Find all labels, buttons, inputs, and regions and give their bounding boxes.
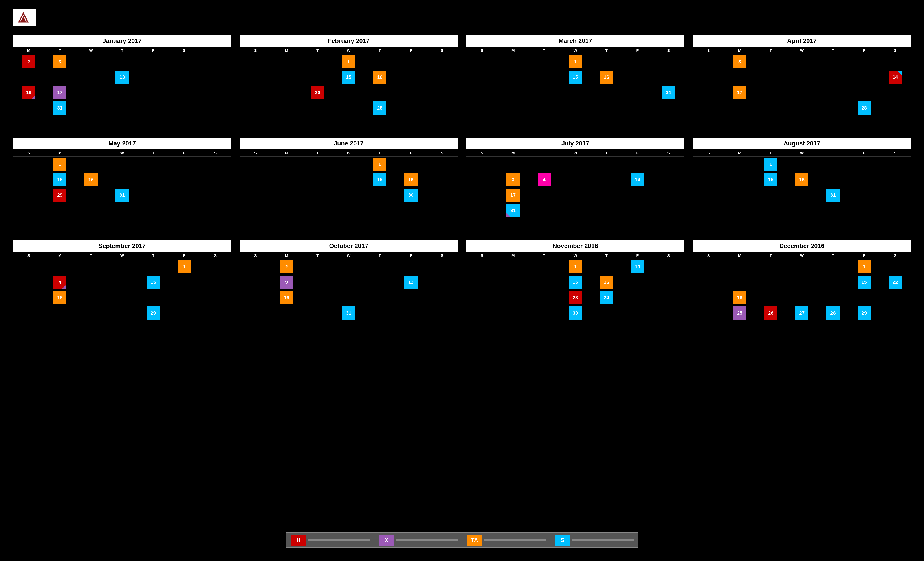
calendar-cell [786,54,817,69]
calendar-row: 3 [693,54,911,69]
day-of-week: F [622,48,653,53]
calendar-cell [395,100,426,116]
day-1: 1 [764,158,777,171]
calendar-row: 1 [240,54,458,69]
calendar-cell [44,259,75,274]
calendar-cell [466,172,497,188]
day-of-week: S [880,48,911,53]
calendar-cell [138,54,169,69]
calendar-cell: 3 [44,54,75,69]
day-17: 17 [733,86,746,99]
calendar-cell [786,259,817,274]
calendar-cell [497,69,528,85]
calendar-cell: 1 [44,157,75,172]
calendar-cell: 29 [138,305,169,321]
calendar-cell [622,203,653,218]
calendar-cell [138,69,169,85]
day-3: 3 [507,173,520,186]
day-29: 29 [53,189,66,202]
calendar-row: 110 [466,259,684,274]
calendar-row: 1 [693,259,911,274]
calendar-cell [693,188,724,203]
calendar-cell [755,290,786,305]
calendar-cell [466,85,497,100]
calendar-cell: 15 [44,172,75,188]
calendar-cell [271,100,302,116]
calendar-cell [786,100,817,116]
calendar-march-2017: March 2017SMTWTFS1151631 [466,35,684,124]
day-of-week: S [200,151,231,156]
calendar-cell [622,274,653,290]
calendar-cell [200,305,231,321]
day-14: 14 [631,173,644,186]
calendar-cell: 18 [724,290,755,305]
calendar-row: 1617 [13,85,231,100]
day-15: 15 [764,173,777,186]
calendar-cell [13,100,44,116]
calendar-cell [755,85,786,100]
day-of-week: F [849,254,879,258]
calendar-cell: 15 [755,172,786,188]
calendar-cell [302,290,333,305]
calendar-cell [591,259,622,274]
calendar-body: 3141728 [693,54,911,124]
calendar-cell [653,290,684,305]
calendar-cell: 31 [497,203,528,218]
calendar-cell [271,54,302,69]
calendar-cell [169,85,200,100]
calendar-row: 1516 [240,69,458,85]
calendar-row [466,157,684,172]
calendar-cell [333,259,364,274]
calendar-body: 11522182526272829 [693,259,911,330]
calendar-cell: 27 [786,305,817,321]
day-of-week: S [653,48,684,53]
calendar-cell: 18 [44,290,75,305]
calendar-cell [200,85,231,100]
day-of-week: S [427,48,458,53]
day-of-week: F [849,151,879,156]
day-of-week: S [240,48,271,53]
calendar-cell [466,157,497,172]
day-of-week: W [786,151,817,156]
day-24: 24 [600,291,613,304]
calendar-cell [497,305,528,321]
day-of-week: W [560,48,591,53]
day-15: 15 [53,173,66,186]
day-of-week: S [200,254,231,258]
calendar-cell [497,157,528,172]
calendar-cell [880,85,911,100]
calendar-cell [693,172,724,188]
calendar-cell [395,85,426,100]
day-of-week: W [106,254,138,258]
calendar-cell [786,157,817,172]
calendar-cell [13,274,44,290]
calendar-cell [200,100,231,116]
calendar-row: 1 [240,157,458,172]
day-of-week: S [240,254,271,258]
calendar-cell: 25 [724,305,755,321]
calendar-cell: 16 [591,274,622,290]
calendar-july-2017: July 2017SMTWTFS34141731 [466,138,684,227]
calendar-cell [106,305,138,321]
calendar-cell: 15 [364,172,395,188]
calendar-row: 1516 [13,172,231,188]
calendar-cell [849,188,879,203]
calendar-cell [200,69,231,85]
calendar-cell [591,203,622,218]
calendar-cell [622,157,653,172]
calendar-cell [653,259,684,274]
calendar-cell [364,188,395,203]
day-2: 2 [22,55,35,68]
calendar-cell [138,100,169,116]
calendar-cell [138,188,169,203]
calendar-cell [591,157,622,172]
day-of-week: S [653,254,684,258]
calendar-cell [724,172,755,188]
day-of-week: S [693,254,724,258]
calendar-cell [653,274,684,290]
day-of-week: M [497,254,528,258]
calendar-cell [529,54,560,69]
day-of-week: M [724,48,755,53]
calendar-cell [395,69,426,85]
calendar-may-2017: May 2017SMTWTFS115162931 [13,138,231,227]
